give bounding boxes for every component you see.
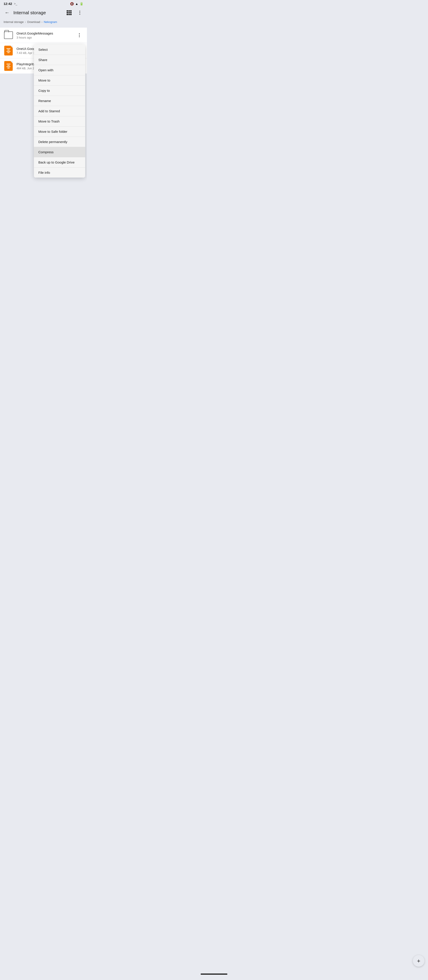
- back-arrow-icon: ←: [5, 10, 10, 16]
- menu-item-move-to[interactable]: Move to: [34, 75, 85, 85]
- menu-item-select[interactable]: Select: [34, 45, 85, 54]
- status-bar: 12:42 >_ 🔇 ▲ 🔋: [0, 0, 87, 6]
- more-options-icon: [79, 11, 80, 15]
- wifi-icon: ▲: [75, 2, 78, 6]
- menu-item-share[interactable]: Share: [34, 55, 85, 65]
- zip-icon: [4, 46, 13, 56]
- menu-item-move-trash[interactable]: Move to Trash: [34, 116, 85, 126]
- file-more-button[interactable]: [75, 31, 83, 39]
- menu-item-add-starred[interactable]: Add to Starred: [34, 106, 85, 116]
- zip-icon-container: [3, 61, 13, 71]
- grid-icon: [67, 10, 72, 15]
- breadcrumb-sep-2: ›: [42, 21, 42, 24]
- toolbar-actions: [65, 8, 84, 17]
- breadcrumb-download[interactable]: Download: [27, 20, 40, 24]
- zip-lines: [6, 64, 11, 68]
- toolbar: ← Internal storage: [0, 6, 87, 19]
- muted-icon: 🔇: [70, 2, 74, 6]
- battery-icon: 🔋: [80, 2, 83, 6]
- more-options-button[interactable]: [75, 8, 84, 17]
- grid-view-button[interactable]: [65, 8, 73, 17]
- menu-item-open-with[interactable]: Open with: [34, 65, 85, 75]
- folder-icon-container: [3, 30, 13, 40]
- menu-item-copy-to[interactable]: Copy to: [34, 86, 85, 95]
- context-menu: Select Share Open with Move to Copy to R…: [34, 45, 85, 178]
- file-name: OneUI.GoogleMessages: [16, 32, 75, 35]
- status-time: 12:42: [3, 2, 12, 6]
- folder-icon: [4, 32, 13, 39]
- menu-item-backup-drive[interactable]: Back up to Google Drive: [34, 157, 85, 167]
- status-icons: 🔇 ▲ 🔋: [70, 2, 83, 6]
- breadcrumb-nekogram[interactable]: Nekogram: [44, 20, 57, 24]
- menu-item-compress[interactable]: Compress: [34, 147, 85, 157]
- file-meta: 3 hours ago: [16, 36, 75, 39]
- back-button[interactable]: ←: [3, 8, 11, 17]
- page-title: Internal storage: [13, 10, 65, 15]
- zip-lines: [6, 48, 11, 53]
- zip-icon: [4, 61, 13, 71]
- zip-icon-container: [3, 46, 13, 56]
- file-more-icon: [79, 33, 80, 37]
- menu-item-move-safe[interactable]: Move to Safe folder: [34, 127, 85, 137]
- menu-item-rename[interactable]: Rename: [34, 96, 85, 106]
- menu-item-delete-permanently[interactable]: Delete permanently: [34, 137, 85, 147]
- menu-item-file-info[interactable]: File info: [34, 167, 85, 178]
- breadcrumb-sep-1: ›: [25, 21, 26, 24]
- file-info: OneUI.GoogleMessages 3 hours ago: [16, 32, 75, 39]
- status-shell: >_: [14, 2, 17, 5]
- breadcrumb: Internal storage › Download › Nekogram: [0, 19, 87, 26]
- file-item[interactable]: OneUI.GoogleMessages 3 hours ago: [0, 28, 87, 43]
- breadcrumb-internal-storage[interactable]: Internal storage: [3, 20, 24, 24]
